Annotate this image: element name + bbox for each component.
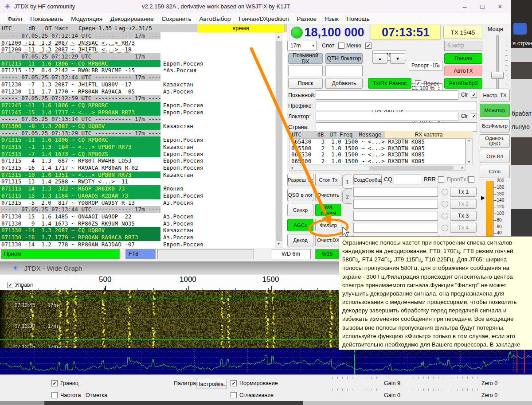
decode-row[interactable]: 071330 -15 1.6 1485 ~ ON4AOI UA9OP -22 А… [0, 213, 274, 220]
spot-checkbox[interactable] [338, 43, 344, 49]
scrollbar-handle[interactable] [276, 41, 282, 241]
decode-row[interactable]: 071200 -11 1.3 2087 ~ JN3SAC <...> RR73 [0, 39, 274, 47]
decode-row[interactable]: 071315 -5 2.0 817 ~ YO8RQP UA9SY R-13 Аз… [0, 199, 274, 206]
bottom-scrollbar[interactable] [0, 401, 532, 405]
menu-item[interactable]: Файл [4, 16, 26, 22]
decode-row[interactable]: 071330 -14 1.2 778 ~ RP80AN RA3DAD -07 Е… [0, 241, 274, 248]
menu-item[interactable]: Разное [293, 16, 321, 22]
side-button[interactable]: БезФильтр [480, 119, 510, 132]
decode-row[interactable]: 071315 -13 1.4 2588 ~ RW3TY <...> -11 [0, 178, 274, 185]
tx-button[interactable]: Tx 1 [450, 187, 477, 197]
decode-row[interactable]: 071200 -11 1.3 2087 ~ JH1FTL <...> -18 [0, 46, 274, 53]
decode-row[interactable]: ----- 07.05.25 07:13:14 UTC ----------- … [0, 116, 274, 123]
dx-call-button[interactable]: Позывной DX [288, 53, 323, 64]
decode-row[interactable]: 071215 -11 1.6 1806 ~ CQ RP80RC Европ.Ро… [0, 60, 274, 67]
decode-row[interactable]: 071330 -14 1.3 2087 ~ CQ UQ80V Казахстан [0, 227, 274, 234]
skip-tx1-checkbox[interactable] [468, 176, 474, 183]
rx-table-row[interactable]: 065600 2 1.0 1500 ~ <...> RX3DTN KO85 [289, 158, 465, 165]
decode-row[interactable]: 071315 -15 1.3 1184 ~ UA0AOS R2DAW 73 Ев… [0, 192, 274, 199]
autoselect-button[interactable]: АвтоВыбр3 [444, 78, 482, 89]
palette-adjust-button[interactable]: Настройка.. [196, 379, 227, 389]
rx-vscrollbar[interactable]: ▲ ▼ [466, 138, 473, 164]
decode-row[interactable]: 071315 -4 1.3 687 ~ RP80T RW4HB LO53 Евр… [0, 157, 274, 164]
cq-field[interactable] [394, 175, 421, 184]
decode-row[interactable]: 071315 -11 1.6 1806 ~ CQ RP80RC Европ.Ро… [0, 136, 274, 144]
locator-field[interactable] [316, 112, 458, 121]
menu-item[interactable]: Гончая/DXpedition [235, 16, 293, 22]
freq-down-button[interactable]: ▼ [390, 53, 405, 64]
band-select[interactable]: 17m [287, 41, 317, 51]
search-button[interactable]: Поиск [288, 78, 323, 89]
decode-row[interactable]: 071230 -11 1.7 1770 ~ RP80AN RA9ACA -05 … [0, 88, 274, 95]
macro-button[interactable]: Синхр [287, 204, 313, 216]
menu-checkbox[interactable]: ✓ [365, 43, 372, 49]
decode-row[interactable]: ----- 07.05.25 07:12:44 UTC ----------- … [0, 74, 274, 81]
side-button[interactable]: Одиноч. QSO [480, 134, 510, 148]
macro-button[interactable]: Стоп Tx [315, 174, 341, 186]
side-button[interactable]: Настр. TX [480, 89, 510, 102]
decode-row[interactable]: ----- 07.05.25 07:13:29 UTC ----------- … [0, 130, 274, 137]
menu-item[interactable]: АвтоВыбор [196, 16, 235, 22]
time-header[interactable]: время [197, 24, 284, 32]
freq-up-button[interactable]: ▲ [372, 53, 387, 64]
decode-row[interactable]: 071245 -15 1.4 1717 ~ <...> RP80AN RR73 … [0, 109, 274, 116]
macro-button[interactable]: Фильтр [315, 219, 341, 231]
tx-radio[interactable] [442, 201, 448, 207]
rx-table-row[interactable]: 065530 2 1.0 1500 ~ <...> RX3DTN KO85 [289, 152, 465, 158]
minimize-button[interactable]: – [456, 0, 473, 13]
scroll-up-icon[interactable]: ▲ [275, 33, 282, 40]
rrr-checkbox[interactable] [438, 176, 444, 183]
menu-item[interactable]: Помощь [343, 16, 374, 22]
macro-button[interactable]: Очист.DX [315, 234, 341, 246]
macro-button[interactable]: QSO в лог [287, 189, 313, 201]
bottom-scrollbar-handle[interactable] [44, 401, 303, 405]
tx-message-field[interactable] [353, 223, 438, 233]
decode-row[interactable]: ----- 07.05.25 07:12:14 UTC ----------- … [0, 32, 274, 39]
rx-table-row[interactable]: 065430 3 1.0 1500 ~ <...> RX3DTN KO85 [289, 139, 465, 145]
dx-call-field[interactable] [288, 66, 323, 76]
decode-row[interactable]: 071215 -17 0.4 2142 ~ RW0LBR RV9CME -15 … [0, 67, 274, 74]
side-button[interactable]: Стоп [480, 165, 510, 178]
tx-button[interactable]: Tx 4 [450, 223, 477, 233]
qth-locator-button[interactable]: QTH Локатор [325, 53, 363, 64]
decode-row[interactable]: 071315 -7 1.4 1673 ~ CQ RP80ZS Европ.Рос… [0, 151, 274, 158]
freq-checkbox[interactable] [51, 392, 58, 398]
rx-freq-header[interactable]: RX частота [385, 131, 473, 138]
prefix-field[interactable] [316, 101, 477, 110]
close-button[interactable]: × [491, 0, 509, 13]
hound-button[interactable]: Гончая [444, 53, 482, 64]
generate-msgs-button[interactable]: СоздСообщ [353, 174, 382, 185]
tx-radio[interactable] [442, 225, 448, 231]
decode-row[interactable]: 071315 -16 1.4 1717 ~ RA9ACA RP80AN R-02… [0, 164, 274, 171]
side-button[interactable]: Монитор [480, 104, 510, 117]
tx-radio[interactable] [442, 189, 448, 195]
search-checkbox[interactable]: ✓ [415, 80, 421, 86]
decode-row[interactable]: 071315 -14 1.3 322 ~ R6OP JR6IKD 73 Япон… [0, 185, 274, 192]
macro-button[interactable]: AGCc [287, 219, 313, 231]
decode-row[interactable]: 071315 -10 1.0 1351 ~ <...> UP80N RR73 К… [0, 171, 274, 179]
rx-table-row[interactable]: 065500 2 1.0 1500 ~ <...> RX3DTN KO85 [289, 145, 465, 152]
side-button[interactable]: Отв.В4 [480, 150, 510, 163]
tx-tab-1[interactable]: 1 [342, 175, 352, 189]
decode-row[interactable]: ----- 07.05.25 07:12:29 UTC ----------- … [0, 53, 274, 60]
tx-tab-2[interactable]: 2 [342, 190, 352, 204]
decode-row[interactable]: 071300 -8 1.3 2087 ~ CQ UQ80V Казахстан [0, 123, 274, 130]
tx-radio[interactable] [442, 213, 448, 219]
decode-row[interactable]: 071230 -7 1.3 2087 ~ JH1FTL UQ80V -17 Ка… [0, 81, 274, 88]
tx-message-field[interactable] [353, 187, 438, 197]
country-field[interactable] [316, 122, 477, 132]
decode-row[interactable]: 071330 -16 1.7 1770 ~ RP80AN RA9ACA RR73… [0, 234, 274, 241]
tx-button[interactable]: Tx 3 [450, 211, 477, 221]
callsign-field[interactable] [316, 90, 458, 100]
tx-message-field[interactable] [353, 211, 438, 221]
decode-row[interactable]: 071245 -11 1.6 1806 ~ CQ RP80RC Европ.Ро… [0, 102, 274, 109]
decode-row[interactable]: ----- 07.05.25 07:13:44 UTC ----------- … [0, 206, 274, 213]
maximize-button[interactable]: □ [473, 0, 491, 13]
tx-button[interactable]: Tx 2 [450, 199, 477, 209]
menu-item[interactable]: Модуляция [67, 16, 106, 22]
power-slider-handle[interactable] [491, 72, 504, 79]
decode-row[interactable]: 071330 -9 1.4 1673 ~ RP80ZS RK9UM NO35 А… [0, 220, 274, 227]
macro-button[interactable]: Очистить [315, 189, 341, 201]
add-button[interactable]: Добавить [325, 78, 363, 89]
tx-period-button[interactable]: TX 15/45 [443, 26, 482, 39]
